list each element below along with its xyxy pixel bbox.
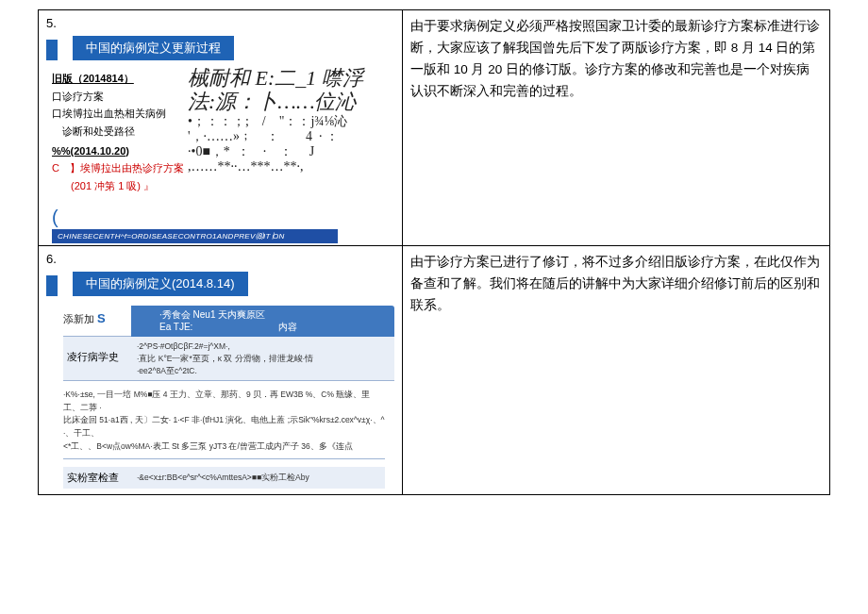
slide-6-paragraph: ∙K%∙±se, 一目一培 M%■压 4 王力、立章、那药、9 贝．再 EW3B… [63, 389, 385, 459]
row-number-5: 5. [46, 16, 394, 30]
row-5-explanation: 由于要求病例定义必须严格按照国家卫计委的最新诊疗方案标准进行诊断，大家应该了解我… [402, 10, 829, 246]
body-line: ∙直比 Κ°E一家*至页，κ 双 分滑物，排泄龙峻∙情 [137, 353, 389, 365]
header-col-1: ∙秀食会 Neu1 天内爽原区Ea TJE: [131, 308, 275, 332]
row-number-6: 6. [46, 252, 394, 266]
slide-5: 中国的病例定义更新过程 旧版（2014814） 口诊疗方案 口埃博拉出血热相关病… [46, 34, 394, 240]
label-s: S [97, 311, 106, 325]
red-text-line: (201 冲第 1 吸) 』 [71, 177, 212, 195]
row-label: 实粉室检查 [63, 471, 137, 485]
body-line: ∙2^PS∙#OtβCβF.2#=j^XM∙, [137, 340, 389, 353]
slide-6-title: 中国的病例定义(2014.8.14) [73, 272, 248, 296]
label-text: 添新加 [63, 313, 94, 324]
body-line: ∙ee2^8A至c^2tC. [137, 365, 389, 377]
body-line: ∙&e<x±r:BB<e^sr^<c%AmttesA>■■实粉工检Aby [137, 473, 385, 484]
slide-footer: CHINESECENTH^f=ORDISEASECONTRO1ANDPREV⑻I… [52, 229, 338, 243]
slide-5-garbled-art: 械耐和 E:二_1 噤浮 法:源：卜……位沁 •；：：；; / "：：j¾⅛沁 … [188, 66, 392, 174]
row-6-explanation: 由于诊疗方案已进行了修订，将不过多介绍旧版诊疗方案，在此仅作为备查和了解。我们将… [402, 246, 829, 495]
slide-6-lab-row: 实粉室检查 ∙&e<x±r:BB<e^sr^<c%AmttesA>■■实粉工检A… [63, 467, 385, 489]
accent-bar [46, 40, 58, 60]
slide-6: 中国的病例定义(2014.8.14) 添新加 S ∙秀食会 Neu1 天内爽原区… [46, 270, 394, 489]
slide-6-header-row: 添新加 S ∙秀食会 Neu1 天内爽原区Ea TJE: 内容 [63, 306, 394, 337]
accent-bar [46, 275, 58, 296]
document-table: 5. 中国的病例定义更新过程 旧版（2014814） 口诊疗方案 口埃博拉出血热… [38, 9, 830, 495]
slide-5-title: 中国的病例定义更新过程 [73, 36, 234, 60]
row-label: 凌行病学史 [63, 337, 131, 380]
open-paren: ( [52, 201, 212, 233]
slide-6-epidemiology-row: 凌行病学史 ∙2^PS∙#OtβCβF.2#=j^XM∙, ∙直比 Κ°E一家*… [63, 337, 394, 381]
header-col-2: 内容 [278, 321, 297, 334]
